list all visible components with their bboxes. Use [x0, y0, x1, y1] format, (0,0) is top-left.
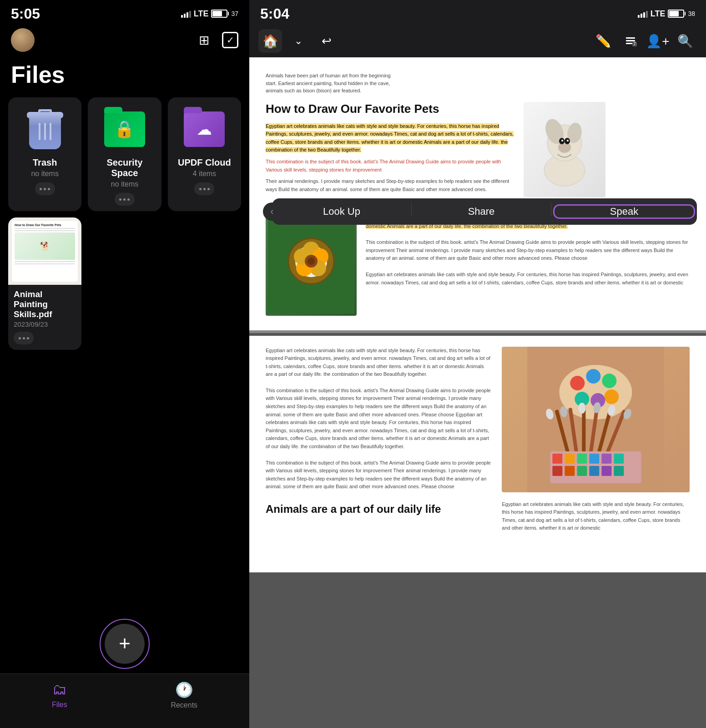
search-pdf-button[interactable]: 🔍 — [673, 29, 697, 53]
home-button[interactable]: 🏠 — [258, 29, 282, 53]
cloud-meta: 4 items — [193, 170, 217, 178]
pdf-toolbar-left: 🏠 ⌄ ↩ — [258, 29, 338, 53]
cloud-menu-button[interactable] — [194, 182, 214, 195]
pdf-subtitle: Animals are a part of our daily life — [266, 502, 491, 516]
share-button[interactable]: Share — [412, 202, 551, 221]
top-bar-left: ⊞ ✓ — [0, 25, 249, 56]
yellow-highlight: Egyptian art celebrates animals like cat… — [266, 123, 514, 153]
dot-4 — [119, 198, 121, 201]
speak-button[interactable]: Speak — [553, 204, 695, 219]
pdf-thumbnail: How to Draw Our Favorite Pets 🐕 — [8, 217, 81, 285]
pdf-thumb-line-3 — [15, 261, 75, 262]
pdf-thumb-content: How to Draw Our Favorite Pets 🐕 — [12, 221, 78, 281]
time-right: 5:04 — [260, 5, 289, 22]
pdf-highlighted-red: This combination is the subject of this … — [266, 158, 514, 174]
pdf-thumb-image: 🐕 — [15, 233, 75, 260]
page-separator — [249, 330, 706, 333]
svg-rect-49 — [602, 454, 612, 464]
signal-bar-r3 — [643, 12, 645, 18]
security-name: Security Space — [93, 157, 156, 178]
trash-line-2 — [44, 123, 46, 140]
trash-meta: no items — [31, 170, 58, 178]
pdf-content-area[interactable]: Animals have been part of human art from… — [249, 57, 706, 728]
dot-3 — [48, 188, 50, 190]
dog-image — [524, 102, 605, 197]
avatar[interactable] — [11, 28, 35, 52]
pdf-page-2-layout: Egyptian art celebrates animals like cat… — [266, 347, 690, 532]
pdf-main-title: How to Draw Our Favorite Pets — [266, 102, 514, 116]
pdf-name: Animal Painting Skills.pdf — [14, 289, 76, 319]
status-icons-left: LTE 37 — [181, 9, 238, 19]
top-icons-right: ⊞ ✓ — [199, 32, 238, 48]
animal-painting-file[interactable]: How to Draw Our Favorite Pets 🐕 Animal P… — [8, 217, 81, 350]
lte-label-left: LTE — [194, 9, 209, 19]
layers-button[interactable]: 7 — [619, 29, 642, 53]
pdf-page-2-caption: Egyptian art celebrates animals like cat… — [502, 500, 690, 532]
look-up-button[interactable]: Look Up — [272, 202, 411, 221]
files-tab-icon: 🗂 — [52, 681, 67, 698]
pdf-menu-button[interactable] — [14, 332, 34, 344]
red-highlight: This combination is the subject of this … — [266, 159, 501, 172]
highlighted-body-normal: This combination is the subject of this … — [366, 238, 690, 263]
status-bar-right: 5:04 LTE 38 — [249, 0, 706, 25]
dot-1 — [40, 188, 42, 190]
dot-12 — [27, 337, 29, 339]
pdf-thumb-line-2 — [15, 230, 75, 231]
trash-name: Trash — [33, 157, 57, 168]
context-menu-items: Look Up Share Speak — [272, 202, 697, 221]
back-button[interactable]: ↩ — [315, 29, 338, 53]
security-meta: no items — [111, 180, 138, 188]
trash-folder[interactable]: Trash no items — [8, 97, 81, 211]
tab-files[interactable]: 🗂 Files — [52, 681, 67, 709]
add-person-button[interactable]: 👤+ — [646, 29, 670, 53]
cloud-folder-icon: ☁ — [184, 111, 225, 147]
signal-bar-2 — [184, 14, 186, 18]
menu-divider-2 — [551, 202, 551, 216]
select-icon[interactable]: ✓ — [222, 32, 238, 48]
pdf-art-supplies-image: Egyptian art celebrates animals like cat… — [502, 347, 690, 532]
lte-label-right: LTE — [651, 9, 666, 19]
signal-bars-left — [181, 10, 191, 18]
svg-point-13 — [567, 140, 569, 142]
pdf-page-1: Animals have been part of human art from… — [249, 57, 706, 330]
trash-menu-button[interactable] — [35, 182, 55, 195]
dot-9 — [207, 188, 210, 190]
svg-rect-54 — [590, 466, 600, 476]
svg-point-12 — [561, 140, 563, 142]
pdf-main-content: How to Draw Our Favorite Pets Egyptian a… — [266, 102, 690, 197]
fab-container: + — [100, 619, 150, 669]
signal-bar-1 — [181, 15, 183, 18]
avatar-image — [11, 28, 35, 52]
battery-left — [211, 10, 227, 18]
dot-6 — [127, 198, 130, 201]
battery-fill-left — [212, 11, 222, 16]
pdf-body-text: Their animal renderings. I provide many … — [266, 177, 514, 193]
lock-icon: 🔒 — [114, 120, 135, 139]
svg-rect-0 — [626, 37, 635, 39]
security-space-folder[interactable]: 🔒 Security Space no items — [88, 97, 161, 211]
pdf-page-2: Egyptian art celebrates animals like cat… — [249, 336, 706, 572]
chevron-down-button[interactable]: ⌄ — [287, 29, 310, 53]
signal-bar-r4 — [646, 11, 648, 18]
context-menu-back-arrow[interactable]: ‹ — [263, 202, 281, 221]
battery-number-right: 38 — [688, 10, 695, 17]
svg-point-26 — [570, 376, 585, 390]
pen-tool-button[interactable]: ✏️ — [591, 29, 615, 53]
files-tab-label: Files — [52, 701, 67, 709]
dog-illustration — [528, 106, 601, 193]
cloud-icon-wrap: ☁ — [182, 106, 227, 152]
updf-cloud-folder[interactable]: ☁ UPDF Cloud 4 items — [168, 97, 241, 211]
status-bar-left: 5:05 LTE 37 — [0, 0, 249, 25]
security-menu-button[interactable] — [115, 193, 135, 206]
tab-recents[interactable]: 🕐 Recents — [171, 681, 197, 709]
page-title: Files — [0, 56, 249, 97]
art-supplies-photo — [502, 347, 690, 492]
svg-rect-55 — [602, 466, 612, 476]
svg-rect-51 — [553, 466, 563, 476]
status-icons-right: LTE 38 — [638, 9, 695, 19]
add-file-button[interactable]: + — [105, 624, 145, 664]
signal-bar-r1 — [638, 15, 640, 18]
battery-fill-right — [669, 11, 679, 16]
grid-view-icon[interactable]: ⊞ — [199, 33, 209, 48]
pdf-page-2-body: Egyptian art celebrates animals like cat… — [266, 347, 491, 379]
